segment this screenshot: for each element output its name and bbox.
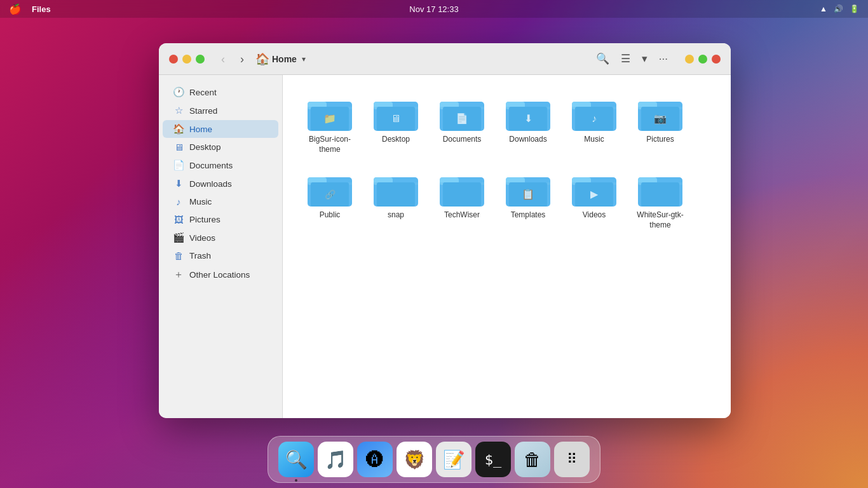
file-name-videos: Videos [583,210,606,220]
dock: 🔍 🎵 🅐 🦁 📝 $_ 🗑 ⠿ [268,436,600,483]
file-item-snap[interactable]: snap [364,163,428,236]
file-item-techwiser[interactable]: TechWiser [430,163,494,236]
folder-icon-techwiser [440,170,484,207]
dock-item-finder[interactable]: 🔍 [278,442,314,477]
file-name-downloads: Downloads [509,135,546,145]
window-minimize-button[interactable] [182,55,191,64]
window-close-button[interactable] [169,55,178,64]
starred-icon: ☆ [173,105,184,116]
trash-icon: 🗑 [173,250,184,261]
file-item-whitesur[interactable]: WhiteSur-gtk-theme [628,163,692,236]
svg-text:⬇: ⬇ [524,113,532,124]
music-icon: ♪ [173,196,184,207]
sidebar-item-documents[interactable]: 📄 Documents [163,156,278,174]
sound-icon: 🔊 [834,4,843,13]
trash-dock-icon: 🗑 [524,449,541,470]
menubar: 🍎 Files Nov 17 12:33 ▲ 🔊 🔋 [0,0,868,18]
sidebar-item-recent[interactable]: 🕐 Recent [163,83,278,101]
window-maximize-button[interactable] [196,55,205,64]
file-grid: 📁 BigSur-icon-theme 🖥 Desktop [298,88,715,236]
traffic-maximize-icon[interactable] [698,55,707,64]
back-button[interactable]: ‹ [217,51,229,67]
battery-icon: 🔋 [850,4,859,13]
dock-item-appstore[interactable]: 🅐 [357,442,393,477]
documents-icon: 📄 [173,159,184,171]
file-item-templates[interactable]: 📋 Templates [496,163,560,236]
sidebar-label-documents: Documents [189,161,233,170]
svg-text:📁: 📁 [323,112,336,125]
sidebar-item-trash[interactable]: 🗑 Trash [163,247,278,264]
sidebar-item-home[interactable]: 🏠 Home [163,120,278,138]
svg-text:🖥: 🖥 [391,113,401,124]
folder-icon-videos: ▶ [572,170,616,207]
sidebar-item-other-locations[interactable]: ＋ Other Locations [163,265,278,285]
view-options-button[interactable]: ▾ [637,50,652,67]
file-name-snap: snap [388,210,404,220]
file-item-pictures[interactable]: 📷 Pictures [628,88,692,161]
file-item-public[interactable]: 🔗 Public [298,163,362,236]
file-name-documents: Documents [443,135,482,145]
file-item-desktop[interactable]: 🖥 Desktop [364,88,428,161]
breadcrumb-home-label: Home [272,54,297,64]
file-item-documents[interactable]: 📄 Documents [430,88,494,161]
sidebar-item-pictures[interactable]: 🖼 Pictures [163,211,278,228]
search-button[interactable]: 🔍 [592,50,614,67]
dock-item-trash[interactable]: 🗑 [515,442,550,477]
breadcrumb-dropdown-button[interactable]: ▾ [299,53,308,65]
sidebar-label-music: Music [189,197,212,207]
file-item-downloads[interactable]: ⬇ Downloads [496,88,560,161]
svg-text:▶: ▶ [590,189,599,200]
file-name-bigsur: BigSur-icon-theme [303,135,356,154]
add-location-icon: ＋ [173,268,184,281]
finder-icon: 🔍 [285,449,308,470]
dock-item-texteditor[interactable]: 📝 [436,442,471,477]
more-options-button[interactable]: ··· [654,50,672,67]
svg-text:📋: 📋 [522,188,534,200]
folder-icon-documents: 📄 [440,94,484,131]
sidebar-label-pictures: Pictures [189,215,220,224]
downloads-icon: ⬇ [173,178,184,189]
file-item-videos[interactable]: ▶ Videos [562,163,626,236]
show-apps-icon: ⠿ [567,451,578,468]
toolbar-actions: 🔍 ☰ ▾ ··· [592,50,672,67]
menubar-center: Nov 17 12:33 [409,4,458,14]
brave-icon: 🦁 [403,449,426,470]
videos-icon: 🎬 [173,232,184,243]
dock-item-show-apps[interactable]: ⠿ [554,442,590,477]
sidebar-item-starred[interactable]: ☆ Starred [163,102,278,119]
home-breadcrumb-icon: 🏠 [255,52,269,66]
traffic-close-icon[interactable] [712,55,721,64]
finder-dot [295,479,297,482]
svg-text:♪: ♪ [592,113,597,124]
texteditor-icon: 📝 [443,449,465,470]
traffic-minimize-icon[interactable] [685,55,694,64]
sidebar-item-music[interactable]: ♪ Music [163,193,278,210]
file-name-public: Public [320,210,341,220]
svg-rect-42 [443,182,481,207]
sidebar-item-videos[interactable]: 🎬 Videos [163,229,278,247]
apple-menu-icon[interactable]: 🍎 [9,3,22,15]
menubar-right: ▲ 🔊 🔋 [820,4,859,13]
datetime-label: Nov 17 12:33 [409,4,458,14]
dock-item-rhythmbox[interactable]: 🎵 [318,442,353,477]
window-controls [169,55,205,64]
menubar-left: 🍎 Files [9,3,51,15]
file-item-bigsur[interactable]: 📁 BigSur-icon-theme [298,88,362,161]
file-manager-window: ‹ › 🏠 Home ▾ 🔍 ☰ ▾ ··· 🕐 Recent [159,43,731,418]
window-toolbar: ‹ › 🏠 Home ▾ 🔍 ☰ ▾ ··· [159,43,731,75]
sidebar-label-recent: Recent [189,88,217,97]
forward-button[interactable]: › [236,51,248,67]
appstore-icon: 🅐 [366,449,384,470]
file-name-music: Music [584,135,604,145]
window-controls-right [685,55,721,64]
sidebar-item-downloads[interactable]: ⬇ Downloads [163,175,278,193]
folder-icon-desktop: 🖥 [374,94,418,131]
app-name-label: Files [32,4,51,14]
file-item-music[interactable]: ♪ Music [562,88,626,161]
dock-item-brave[interactable]: 🦁 [397,442,432,477]
dock-item-terminal[interactable]: $_ [475,442,511,477]
list-view-button[interactable]: ☰ [616,50,635,67]
terminal-icon: $_ [485,452,502,468]
sidebar-label-trash: Trash [189,251,211,261]
sidebar-item-desktop[interactable]: 🖥 Desktop [163,139,278,156]
